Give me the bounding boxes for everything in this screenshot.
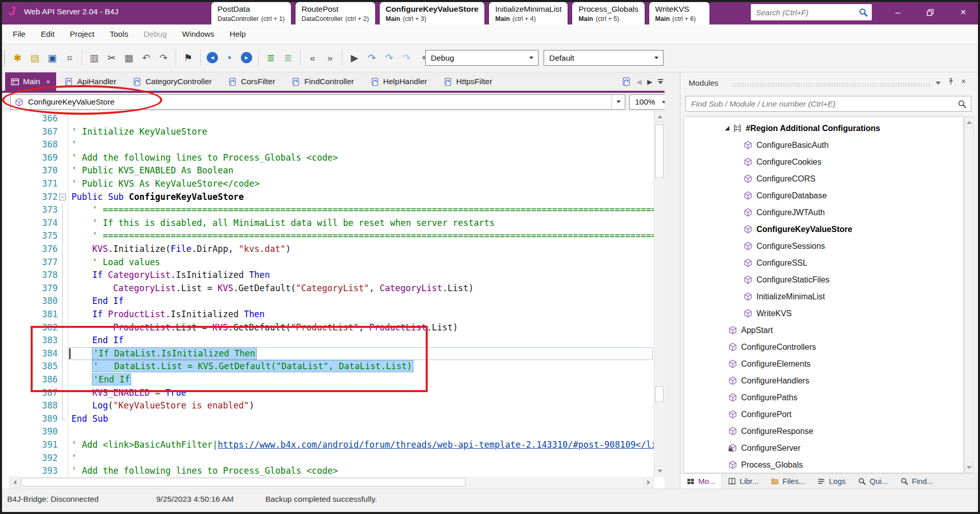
code-line[interactable]: 378If CategoryList.IsInitialized Then [0,269,654,282]
scroll-right-button[interactable] [643,477,654,488]
run-mode-dropdown[interactable]: Debug [425,50,538,66]
title-tab-4[interactable]: InitializeMinimaListMain(ctrl + 4) [489,2,568,24]
tree-item-appstart[interactable]: AppStart [684,322,963,339]
pin-icon[interactable] [947,78,955,88]
bottom-tab-files[interactable]: Files... [765,474,811,489]
tree-item-configurepaths[interactable]: ConfigurePaths [684,389,963,406]
step-over-icon[interactable]: ↷ [381,49,398,66]
title-tab-1[interactable]: PostDataDataController(ctrl + 1) [211,2,291,24]
restore-button[interactable] [918,0,942,24]
search-icon[interactable] [859,8,868,17]
code-line[interactable]: 369' Add the following lines to Process_… [0,151,654,165]
tree-item-configuressl[interactable]: ConfigureSSL [684,254,963,271]
run-icon[interactable]: ▶ [346,49,363,66]
code-line[interactable]: 375' ===================================… [0,229,654,243]
menu-item-help[interactable]: Help [222,24,254,43]
tree-item-configurecookies[interactable]: ConfigureCookies [684,153,963,170]
code-line[interactable]: 392' [0,452,654,465]
tree-item-configurekeyvaluestore[interactable]: ConfigureKeyValueStore [684,221,963,238]
navigate-forward-icon[interactable]: ▸ [241,52,252,63]
current-sub-dropdown[interactable]: ConfigureKeyValueStore [10,94,625,110]
code-editor[interactable]: 366367' Initialize KeyValueStore368'369'… [0,111,654,477]
menu-item-project[interactable]: Project [62,24,102,43]
code-line[interactable]: 366 [0,112,654,125]
code-line[interactable]: 373' ===================================… [0,203,654,217]
step-into-icon[interactable]: ↷ [398,49,415,66]
editor-tab-categorycontroller[interactable]: CategoryController [125,72,220,91]
close-tab-icon[interactable]: × [46,78,51,86]
outdent-icon[interactable]: « [304,49,321,66]
toolbar-drag-handle[interactable] [4,50,5,66]
tree-item-configurecors[interactable]: ConfigureCORS [684,170,963,187]
tree-item-configurecontrollers[interactable]: ConfigureControllers [684,339,963,355]
tree-item-writekvs[interactable]: WriteKVS [684,305,963,322]
new-icon[interactable]: ✱ [9,49,26,66]
tree-item-configurehandlers[interactable]: ConfigureHandlers [684,372,963,389]
tab-list-icon[interactable] [658,79,663,84]
tree-item-configureresponse[interactable]: ConfigureResponse [684,423,963,440]
cut-icon[interactable]: ✂ [103,49,120,66]
resume-icon[interactable]: ↷ [363,49,380,66]
tree-item-configuredatabase[interactable]: ConfigureDatabase [684,187,963,204]
code-line[interactable]: 388Log("KeyValueStore is enabled") [0,399,654,413]
find-in-files-icon[interactable]: ⌗ [61,49,78,66]
scroll-down-button[interactable] [654,466,665,476]
panel-drag-texture[interactable] [731,83,930,87]
bottom-tab-modules[interactable]: Mo... [680,474,722,489]
code-line[interactable]: 379CategoryList.List = KVS.GetDefault("C… [0,282,654,295]
code-line[interactable]: 381If ProductList.IsInitialized Then [0,308,654,321]
title-tab-3[interactable]: ConfigureKeyValueStoreMain(ctrl + 3) [380,2,485,24]
code-line[interactable]: 383End If [0,334,654,347]
panel-splitter[interactable] [665,72,680,489]
scroll-up-button[interactable] [654,111,665,122]
code-line[interactable]: 386'End If [0,373,654,387]
code-line[interactable]: 393' Add the following lines to Process_… [0,465,654,477]
editor-hscrollbar[interactable] [9,477,654,488]
tree-item-configureelements[interactable]: ConfigureElements [684,355,963,372]
search-input[interactable] [751,8,859,17]
code-line[interactable]: 367' Initialize KeyValueStore [0,125,654,139]
editor-tab-apihandler[interactable]: ApiHandler [56,72,125,91]
panel-close-icon[interactable]: × [961,77,966,86]
tab-scroll-right-icon[interactable]: ▶ [647,78,652,86]
code-line[interactable]: 390 [0,425,654,439]
tree-item-configuresessions[interactable]: ConfigureSessions [684,238,963,254]
save-icon[interactable]: ▣ [44,49,61,66]
code-line[interactable]: 370' Public KVS_ENABLED As Boolean [0,164,654,177]
editor-tab-main[interactable]: Main× [5,72,56,91]
code-line[interactable]: 372Public Sub ConfigureKeyValueStore [0,191,654,204]
navigate-back-icon[interactable]: ◂ [207,52,218,63]
navigate-menu-icon[interactable]: ▾ [221,49,238,66]
hscroll-thumb[interactable] [21,478,465,486]
open-icon[interactable]: ▤ [27,49,43,66]
tree-item-configurejwtauth[interactable]: ConfigureJWTAuth [684,204,963,221]
code-line[interactable]: 391' Add <link>BasicAuthFilter|https://w… [0,439,654,452]
undo-icon[interactable]: ↶ [138,49,155,66]
tree-item-process-globals[interactable]: Process_Globals [684,456,963,473]
editor-tab-findcontroller[interactable]: FindController [283,72,362,91]
search-box[interactable] [751,4,872,20]
tree-item-configurestaticfiles[interactable]: ConfigureStaticFiles [684,271,963,288]
code-line[interactable]: 389End Sub [0,413,654,426]
find-sub-input[interactable] [686,99,958,109]
indent-icon[interactable]: » [322,49,338,66]
tree-item-configureport[interactable]: ConfigurePort [684,406,963,423]
comment-icon[interactable]: ≣ [262,49,279,66]
editor-vscrollbar[interactable] [654,111,665,477]
code-line[interactable]: 380End If [0,295,654,308]
code-line[interactable]: 382ProductList.List = KVS.GetDefault("Pr… [0,321,654,335]
title-tab-2[interactable]: RoutePostDataController(ctrl + 2) [296,2,375,24]
vscroll-thumb[interactable] [655,124,664,178]
uncomment-icon[interactable]: ≣ [280,49,297,66]
bottom-tab-logs[interactable]: Logs [811,474,852,489]
code-line[interactable]: 377' Load values [0,256,654,269]
tree-scroll-up-button[interactable] [965,117,973,127]
bottom-tab-library[interactable]: Libr... [722,474,765,489]
editor-tab-helphandler[interactable]: HelpHandler [362,72,435,91]
code-line[interactable]: 376KVS.Initialize(File.DirApp, "kvs.dat"… [0,243,654,256]
menu-item-tools[interactable]: Tools [102,24,136,43]
tree-expander-icon[interactable] [725,126,729,131]
paste-icon[interactable]: ▦ [120,49,137,66]
refresh-module-icon[interactable] [622,77,631,86]
menu-item-file[interactable]: File [5,24,33,43]
